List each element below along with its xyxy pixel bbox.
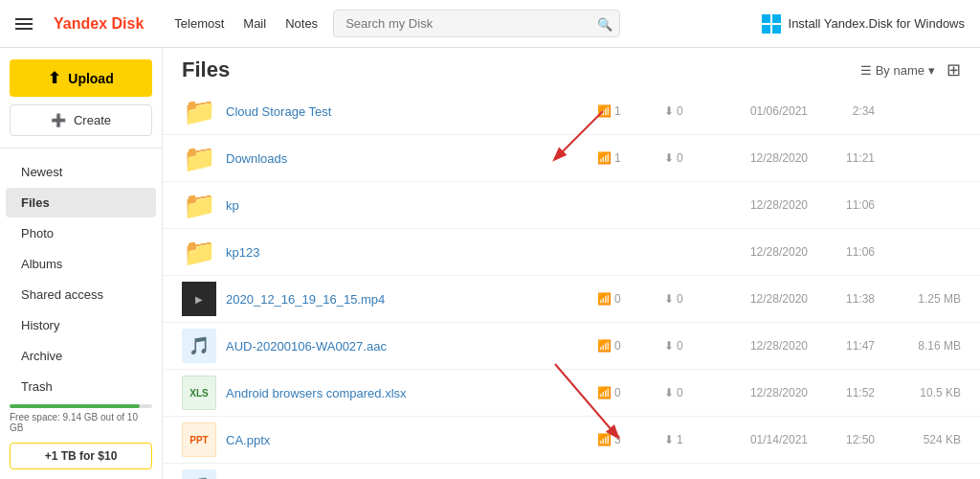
- file-shared: 📶1: [597, 151, 635, 165]
- file-date: 12/28/2020: [731, 339, 808, 353]
- folder-icon: 📁: [182, 141, 216, 175]
- upload-button[interactable]: ⬆ Upload: [10, 59, 152, 97]
- table-row: 📁 kp123 12/28/2020 11:06: [163, 229, 980, 276]
- file-meta: 📶0 ⬇0 12/28/2020 11:47 8.16 MB: [597, 339, 961, 353]
- file-date: 01/06/2021: [731, 104, 808, 118]
- table-row: 📁 Cloud Storage Test 📶1 ⬇0 01/06/2021 2:…: [163, 88, 980, 135]
- main-content: Files ☰ By name ▾ ⊞ 📁 Cloud Storage Test: [163, 48, 980, 479]
- file-size: 8.16 MB: [903, 339, 961, 353]
- table-row: ▶ 2020_12_16_19_16_15.mp4 📶0 ⬇0 12/28/20…: [163, 276, 980, 323]
- sidebar-item-files[interactable]: Files: [6, 188, 156, 217]
- svg-rect-0: [762, 14, 770, 23]
- file-meta: 📶1 ⬇0 12/28/2020 11:21: [597, 151, 961, 165]
- svg-rect-2: [762, 25, 770, 34]
- folder-icon: 📁: [182, 188, 216, 222]
- sidebar-item-photo[interactable]: Photo: [6, 218, 156, 248]
- file-meta: 📶3 ⬇1 01/14/2021 12:50 524 KB: [597, 433, 961, 446]
- nav-mail[interactable]: Mail: [243, 16, 266, 31]
- svg-rect-3: [772, 25, 781, 34]
- table-row: 📁 Downloads 📶1 ⬇0 12/28/2020 11:21: [163, 135, 980, 182]
- grid-view-button[interactable]: ⊞: [947, 59, 961, 80]
- sidebar-item-archive[interactable]: Archive: [6, 341, 156, 371]
- storage-bar-container: Free space: 9.14 GB out of 10 GB: [0, 399, 162, 437]
- install-label: Install Yandex.Disk for Windows: [789, 16, 965, 31]
- file-meta: 📶0 ⬇0 12/28/2020 11:52 10.5 KB: [597, 386, 961, 399]
- file-meta: 📶0 ⬇0 12/28/2020 11:38 1.25 MB: [597, 292, 961, 306]
- sidebar-item-trash[interactable]: Trash: [6, 372, 156, 399]
- search-input[interactable]: [333, 10, 620, 37]
- file-name[interactable]: kp: [226, 198, 597, 213]
- sidebar-item-shared[interactable]: Shared access: [6, 280, 156, 309]
- file-size: 10.5 KB: [903, 386, 961, 399]
- file-size: 524 KB: [903, 433, 961, 446]
- logo[interactable]: Yandex Disk: [54, 15, 144, 33]
- table-row: 📁 kp 12/28/2020 11:06: [163, 182, 980, 229]
- sidebar-item-albums[interactable]: Albums: [6, 249, 156, 279]
- file-time: 11:52: [836, 386, 875, 399]
- file-shared: 📶0: [597, 292, 635, 306]
- file-downloads: ⬇0: [664, 386, 702, 399]
- file-time: 2:34: [836, 104, 875, 118]
- file-downloads: ⬇0: [664, 104, 702, 118]
- file-name[interactable]: CA.pptx: [226, 433, 597, 447]
- file-shared: 📶0: [597, 339, 635, 353]
- grid-icon: ⊞: [947, 60, 961, 80]
- file-name[interactable]: Downloads: [226, 151, 597, 166]
- table-row: 🎵 AUD-20200106-WA0027.aac 📶0 ⬇0 12/28/20…: [163, 323, 980, 370]
- table-row: 🎵 Kinds of Research.m4a 12/28/2020 11:58…: [163, 464, 980, 479]
- file-downloads: ⬇0: [664, 339, 702, 353]
- create-button[interactable]: ➕ Create: [10, 104, 152, 136]
- upload-icon: ⬆: [48, 69, 60, 87]
- file-meta: 12/28/2020 11:06: [597, 245, 961, 259]
- table-row: PPT CA.pptx 📶3 ⬇1 01/14/2021 12:50 524 K…: [163, 417, 980, 464]
- folder-icon: 📁: [182, 94, 216, 128]
- sidebar-actions: ⬆ Upload ➕ Create: [0, 48, 162, 144]
- upgrade-button[interactable]: +1 TB for $10: [10, 443, 152, 469]
- file-meta: 📶1 ⬇0 01/06/2021 2:34: [597, 104, 961, 118]
- nav-telemost[interactable]: Telemost: [174, 16, 224, 31]
- sidebar-item-history[interactable]: History: [6, 310, 156, 340]
- app-header: Yandex Disk Telemost Mail Notes 🔍 Instal…: [0, 0, 980, 48]
- sidebar-scroll: Newest Files Photo Albums Shared access …: [0, 152, 162, 399]
- file-name[interactable]: AUD-20200106-WA0027.aac: [226, 339, 597, 354]
- file-name[interactable]: Cloud Storage Test: [226, 104, 597, 119]
- logo-text: Yandex Disk: [54, 15, 144, 33]
- header-nav: Telemost Mail Notes: [174, 16, 318, 31]
- plus-icon: ➕: [51, 113, 66, 127]
- sort-label: By name: [876, 63, 924, 78]
- file-downloads: ⬇1: [664, 433, 702, 446]
- file-date: 12/28/2020: [731, 292, 808, 306]
- audio-thumbnail: 🎵: [182, 329, 216, 363]
- table-row: XLS Android browsers compared.xlsx 📶0 ⬇0…: [163, 370, 980, 417]
- folder-icon: 📁: [182, 235, 216, 269]
- file-date: 01/14/2021: [731, 433, 808, 446]
- install-banner[interactable]: Install Yandex.Disk for Windows: [762, 14, 965, 34]
- sidebar-item-newest[interactable]: Newest: [6, 157, 156, 187]
- sort-button[interactable]: ☰ By name ▾: [860, 63, 935, 78]
- file-size: 1.25 MB: [903, 292, 961, 306]
- sidebar-nav: Newest Files Photo Albums Shared access …: [0, 152, 162, 399]
- main-toolbar: Files ☰ By name ▾ ⊞: [163, 48, 980, 88]
- file-name[interactable]: kp123: [226, 245, 597, 260]
- file-date: 12/28/2020: [731, 245, 808, 259]
- xlsx-thumbnail: XLS: [182, 376, 216, 410]
- chevron-down-icon: ▾: [928, 63, 935, 78]
- hamburger-menu[interactable]: [15, 18, 33, 30]
- file-date: 12/28/2020: [731, 198, 808, 212]
- file-downloads: ⬇0: [664, 292, 702, 306]
- file-name[interactable]: Android browsers compared.xlsx: [226, 386, 597, 400]
- storage-bar-fill: [10, 404, 140, 408]
- svg-rect-1: [772, 14, 781, 23]
- pptx-thumbnail: PPT: [182, 422, 216, 457]
- file-time: 11:06: [836, 198, 875, 212]
- file-list: 📁 Cloud Storage Test 📶1 ⬇0 01/06/2021 2:…: [163, 88, 980, 479]
- nav-notes[interactable]: Notes: [285, 16, 318, 31]
- file-shared: 📶0: [597, 386, 635, 399]
- file-date: 12/28/2020: [731, 151, 808, 165]
- sidebar: ⬆ Upload ➕ Create Newest Files Photo Alb…: [0, 48, 163, 479]
- file-name[interactable]: 2020_12_16_19_16_15.mp4: [226, 292, 597, 307]
- upload-label: Upload: [68, 71, 113, 86]
- windows-icon: [762, 14, 781, 34]
- file-date: 12/28/2020: [731, 386, 808, 399]
- file-time: 11:21: [836, 151, 875, 165]
